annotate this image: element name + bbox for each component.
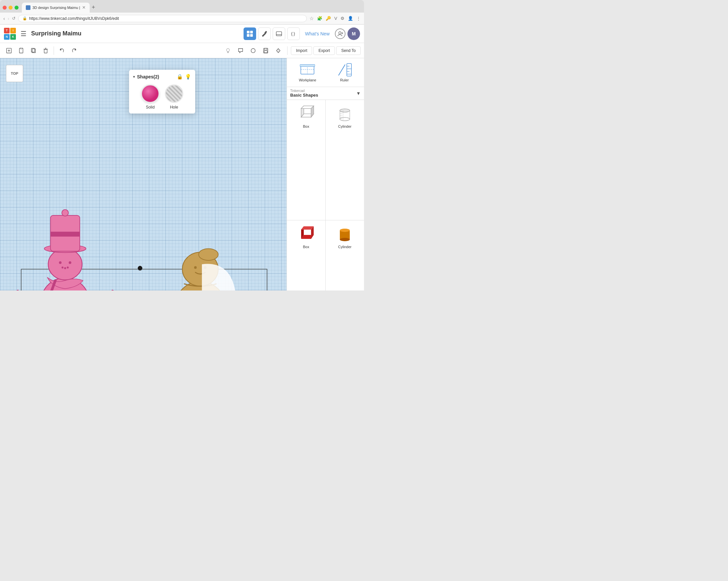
svg-rect-28 xyxy=(265,48,267,50)
box-solid-icon xyxy=(296,225,316,243)
shapes-panel-title: Shapes(2) xyxy=(137,74,175,79)
project-name: Surprising Maimu xyxy=(31,30,240,37)
toolbar-right: Import Export Send To xyxy=(223,45,361,56)
circle-icon xyxy=(250,48,256,54)
code-icon: {} xyxy=(290,30,297,37)
delete-icon xyxy=(43,48,49,54)
hammer-icon xyxy=(261,30,268,37)
toolbar-separator-2 xyxy=(287,46,288,55)
shape-item-cylinder-solid[interactable]: Cylinder xyxy=(326,220,364,290)
svg-point-32 xyxy=(138,266,142,271)
browser-tab-active[interactable]: 3D design Surprising Maimu | ✕ xyxy=(22,3,90,12)
settings-icon[interactable]: ⚙ xyxy=(340,16,344,21)
star-icon[interactable]: ☆ xyxy=(309,16,314,22)
back-button[interactable]: ‹ xyxy=(3,16,5,21)
tray-button[interactable] xyxy=(273,27,285,40)
import-button[interactable]: Import xyxy=(291,46,312,55)
tab-close-button[interactable]: ✕ xyxy=(82,5,86,10)
menu-icon[interactable]: ⋮ xyxy=(356,16,361,21)
send-to-button[interactable]: Send To xyxy=(336,46,361,55)
menu-hamburger-button[interactable]: ☰ xyxy=(19,28,28,39)
copy-paste-button[interactable] xyxy=(16,45,27,56)
tinkercad-logo: T I N K xyxy=(4,28,16,40)
traffic-light-yellow[interactable] xyxy=(8,6,12,9)
svg-rect-3 xyxy=(250,34,253,37)
top-bar-nav-icons: {} What's New M xyxy=(243,27,360,40)
browser-tabs-row: 3D design Surprising Maimu | ✕ + xyxy=(0,0,364,12)
address-input[interactable]: 🔒 https://www.tinkercad.com/things/itJUB… xyxy=(18,15,307,22)
ruler-tool-label: Ruler xyxy=(340,78,349,82)
shape-item-box-wire[interactable]: Box xyxy=(287,100,325,220)
app-container: T I N K ☰ Surprising Maimu xyxy=(0,25,364,290)
shapes-panel: ▾ Shapes(2) 🔒 💡 Solid Hole xyxy=(129,70,195,113)
svg-rect-24 xyxy=(227,52,229,52)
cylinder-solid-label: Cylinder xyxy=(338,245,352,249)
mirror-button[interactable] xyxy=(273,45,284,56)
new-shape-icon xyxy=(6,48,12,54)
browser-chrome: 3D design Surprising Maimu | ✕ + ‹ › ↺ 🔒… xyxy=(0,0,364,25)
svg-point-44 xyxy=(61,267,63,269)
canvas-area[interactable]: TOP ⌂ ⤢ + − ↻ xyxy=(0,58,287,290)
url-text: https://www.tinkercad.com/things/itJUBVs… xyxy=(29,16,119,21)
toolbar-separator-1 xyxy=(54,46,54,55)
svg-rect-62 xyxy=(300,64,315,67)
whats-new-button[interactable]: What's New xyxy=(302,29,333,38)
forward-button[interactable]: › xyxy=(8,16,9,21)
shapes-category: Tinkercad xyxy=(290,89,356,93)
undo-button[interactable] xyxy=(56,45,68,56)
new-workplane-button[interactable] xyxy=(3,45,15,56)
svg-rect-29 xyxy=(264,51,267,53)
hole-label: Hole xyxy=(170,105,178,109)
user-avatar[interactable]: M xyxy=(347,27,360,40)
svg-point-54 xyxy=(194,266,197,269)
light-toggle-button[interactable] xyxy=(223,45,234,56)
ruler-tool[interactable]: Ruler xyxy=(334,61,355,84)
shapes-selector[interactable]: Tinkercad Basic Shapes ▼ xyxy=(287,87,364,100)
shapes-options: Solid Hole xyxy=(133,84,191,109)
panel-lock-button[interactable]: 🔒 xyxy=(177,74,183,80)
reload-button[interactable]: ↺ xyxy=(12,16,16,21)
traffic-light-green[interactable] xyxy=(15,6,19,9)
export-button[interactable]: Export xyxy=(313,46,335,55)
code-button[interactable]: {} xyxy=(287,27,300,40)
svg-point-37 xyxy=(48,248,82,280)
save-button[interactable] xyxy=(260,45,271,56)
profile-icon[interactable]: 👤 xyxy=(348,16,353,21)
extensions-icon[interactable]: 🧩 xyxy=(317,16,322,21)
edit-button[interactable] xyxy=(258,27,271,40)
workplane-tool[interactable]: Workplane xyxy=(296,61,319,84)
cylinder-wire-icon xyxy=(335,105,355,123)
grid-view-button[interactable] xyxy=(243,27,256,40)
hole-option[interactable]: Hole xyxy=(165,84,183,109)
address-bar: ‹ › ↺ 🔒 https://www.tinkercad.com/things… xyxy=(0,12,364,25)
traffic-light-red[interactable] xyxy=(3,6,7,9)
svg-rect-1 xyxy=(250,31,253,33)
new-tab-button[interactable]: + xyxy=(90,4,97,11)
workplane-tool-label: Workplane xyxy=(299,78,316,82)
shapes-value: Basic Shapes xyxy=(290,93,356,98)
toolbar: Import Export Send To xyxy=(0,43,364,58)
logo-k: K xyxy=(10,34,16,40)
shape-item-cylinder-wire[interactable]: Cylinder xyxy=(326,100,364,220)
vpn-icon[interactable]: V xyxy=(334,16,337,21)
add-user-button[interactable] xyxy=(335,28,345,39)
password-icon[interactable]: 🔑 xyxy=(326,16,331,21)
svg-point-53 xyxy=(199,248,218,260)
delete-button[interactable] xyxy=(40,45,51,56)
panel-collapse-button[interactable]: ▾ xyxy=(133,75,135,79)
svg-point-8 xyxy=(339,31,341,34)
solid-option[interactable]: Solid xyxy=(141,84,159,109)
note-button[interactable] xyxy=(235,45,246,56)
circle-button[interactable] xyxy=(248,45,259,56)
svg-point-76 xyxy=(340,109,350,112)
shape-item-box-solid[interactable]: Box xyxy=(287,220,325,290)
box-wire-icon xyxy=(296,105,316,123)
svg-rect-40 xyxy=(51,232,80,237)
panel-light-button[interactable]: 💡 xyxy=(185,74,191,80)
workplane-icon xyxy=(300,63,315,77)
traffic-lights xyxy=(3,6,19,9)
redo-button[interactable] xyxy=(69,45,80,56)
svg-rect-0 xyxy=(247,31,250,33)
duplicate-button[interactable] xyxy=(28,45,39,56)
cylinder-solid-icon xyxy=(335,225,355,243)
